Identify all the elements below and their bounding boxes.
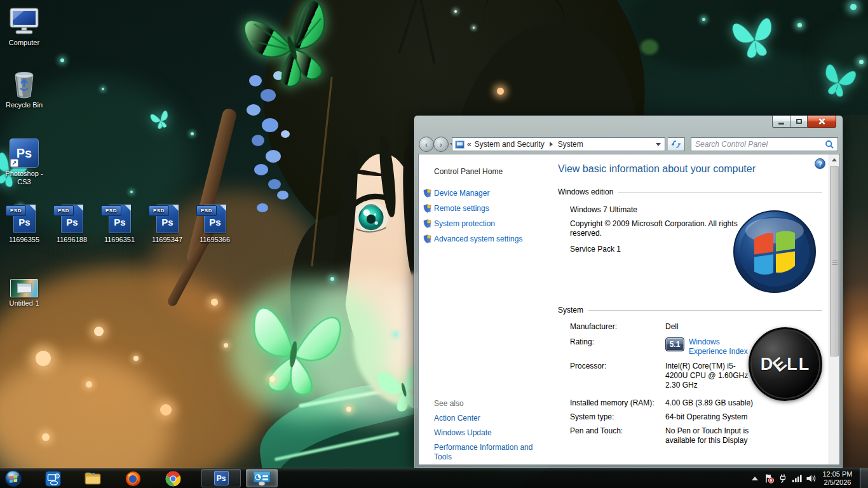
action-center-flag-icon bbox=[764, 473, 775, 484]
windows-edition-service-pack: Service Pack 1 bbox=[570, 245, 621, 254]
control-panel-taskbar-icon bbox=[253, 471, 271, 486]
chevron-right-icon bbox=[550, 142, 553, 147]
system-window: ‹ › « System and Security System bbox=[414, 115, 843, 468]
forward-button[interactable]: › bbox=[433, 137, 449, 152]
chrome-icon bbox=[165, 471, 181, 487]
system-section-header: System bbox=[558, 306, 822, 315]
help-icon[interactable]: ? bbox=[815, 158, 825, 169]
main-pane: View basic information about your comput… bbox=[550, 154, 830, 464]
desktop-icon-photoshop-cs3[interactable]: Ps➚ Photoshop - CS3 bbox=[0, 136, 48, 186]
search-icon[interactable] bbox=[825, 140, 834, 149]
search-input[interactable] bbox=[691, 140, 825, 149]
see-also-action-center[interactable]: Action Center bbox=[434, 414, 536, 423]
windows-edition-product: Windows 7 Ultimate bbox=[570, 205, 637, 214]
psd-file-icon: PsPSD bbox=[0, 202, 48, 234]
address-dropdown-icon[interactable] bbox=[656, 143, 661, 146]
breadcrumb[interactable]: « System and Security System bbox=[452, 137, 665, 151]
nav-pane: Control Panel Home Device Manager Remote… bbox=[419, 154, 550, 464]
uac-shield-icon bbox=[423, 189, 431, 198]
taskbar-photoshop-running[interactable]: Ps bbox=[201, 469, 241, 487]
nav-link-device-manager[interactable]: Device Manager bbox=[434, 189, 489, 198]
refresh-button[interactable] bbox=[668, 137, 685, 151]
taskbar-system-window-active[interactable] bbox=[246, 469, 278, 487]
nav-control-panel-home[interactable]: Control Panel Home bbox=[434, 167, 503, 176]
refresh-icon bbox=[672, 140, 681, 149]
uac-shield-icon bbox=[423, 219, 431, 228]
nav-link-system-protection[interactable]: System protection bbox=[434, 219, 495, 228]
address-bar: ‹ › « System and Security System bbox=[414, 135, 843, 154]
back-button[interactable]: ‹ bbox=[419, 137, 434, 152]
windows-edition-copyright: Copyright © 2009 Microsoft Corporation. … bbox=[570, 219, 743, 238]
power-tray[interactable] bbox=[776, 468, 790, 488]
desktop-icon-psd-1[interactable]: PsPSD 11696355 bbox=[0, 202, 48, 244]
action-center-tray[interactable] bbox=[762, 468, 776, 488]
firefox-icon bbox=[125, 471, 141, 487]
breadcrumb-item-system-and-security[interactable]: System and Security bbox=[471, 139, 548, 150]
desktop-icon-untitled-image[interactable]: Untitled-1 bbox=[0, 276, 48, 308]
desktop-icon-label: Computer bbox=[9, 39, 39, 46]
breadcrumb-item-system[interactable]: System bbox=[555, 139, 587, 150]
shortcut-arrow-icon: ➚ bbox=[10, 159, 18, 167]
network-signal-icon bbox=[792, 473, 803, 484]
desktop-icon-recycle-bin[interactable]: Recycle Bin bbox=[0, 67, 48, 109]
see-also-windows-update[interactable]: Windows Update bbox=[434, 428, 536, 438]
show-desktop-button[interactable] bbox=[860, 468, 868, 488]
intel-app-icon bbox=[45, 471, 61, 487]
chevron-up-icon bbox=[752, 477, 758, 480]
desktop-icon-label: 11696355 bbox=[9, 236, 39, 243]
desktop-icon-label: 11695366 bbox=[200, 236, 230, 243]
clock-date: 2/5/2026 bbox=[818, 478, 857, 487]
photoshop-taskbar-icon: Ps bbox=[214, 471, 229, 485]
taskbar-windows-explorer[interactable] bbox=[85, 470, 101, 487]
desktop-icon-label: Photoshop - CS3 bbox=[5, 170, 43, 186]
psd-file-icon: PsPSD bbox=[48, 202, 96, 234]
nav-link-remote-settings[interactable]: Remote settings bbox=[434, 204, 489, 213]
desktop-icon-psd-2[interactable]: PsPSD 11696188 bbox=[48, 202, 96, 244]
image-thumbnail-icon bbox=[0, 276, 48, 297]
close-button[interactable] bbox=[808, 116, 836, 128]
network-tray[interactable] bbox=[790, 468, 804, 488]
breadcrumb-root-glyph: « bbox=[467, 140, 471, 149]
show-hidden-icons-button[interactable] bbox=[748, 468, 762, 488]
system-tray: 12:05 PM 2/5/2026 bbox=[748, 468, 868, 488]
taskbar-intel-app[interactable] bbox=[44, 470, 61, 487]
start-button[interactable] bbox=[4, 470, 22, 487]
speaker-icon bbox=[806, 473, 817, 484]
butterfly-teal-topright bbox=[727, 10, 780, 63]
taskbar: Ps bbox=[0, 468, 868, 488]
see-also-header: See also bbox=[434, 399, 464, 408]
uac-shield-icon bbox=[423, 204, 431, 213]
wallpaper-right-strip bbox=[843, 115, 868, 468]
desktop-icon-label: 11695347 bbox=[152, 236, 182, 243]
wei-score-badge: 5.1 bbox=[665, 337, 684, 351]
psd-file-icon: PsPSD bbox=[95, 202, 144, 234]
scrollbar-thumb[interactable] bbox=[830, 166, 839, 356]
taskbar-chrome[interactable] bbox=[165, 470, 181, 487]
computer-icon bbox=[0, 5, 48, 37]
see-also-performance-info[interactable]: Performance Information and Tools bbox=[434, 443, 536, 462]
taskbar-firefox[interactable] bbox=[125, 470, 141, 487]
scrollbar-up-icon[interactable] bbox=[829, 154, 839, 165]
maximize-button[interactable] bbox=[790, 116, 808, 128]
vertical-scrollbar[interactable] bbox=[829, 154, 839, 464]
windows-start-orb-icon bbox=[4, 470, 22, 487]
photoshop-cs3-icon: Ps➚ bbox=[0, 136, 48, 168]
taskbar-clock[interactable]: 12:05 PM 2/5/2026 bbox=[818, 470, 857, 487]
desktop-icon-psd-4[interactable]: PsPSD 11695347 bbox=[143, 202, 191, 244]
power-plug-icon bbox=[778, 473, 788, 484]
caption-buttons bbox=[772, 116, 836, 128]
volume-tray[interactable] bbox=[804, 468, 818, 488]
minimize-button[interactable] bbox=[772, 116, 790, 128]
dell-logo: DELL bbox=[749, 327, 822, 401]
psd-file-icon: PsPSD bbox=[143, 202, 191, 234]
desktop-icon-label: Recycle Bin bbox=[6, 101, 43, 109]
nav-link-advanced-system-settings[interactable]: Advanced system settings bbox=[434, 234, 522, 243]
page-title: View basic information about your comput… bbox=[558, 163, 756, 175]
desktop-icon-label: 11696188 bbox=[57, 236, 87, 243]
recycle-bin-icon bbox=[0, 67, 48, 99]
folder-icon bbox=[85, 471, 101, 486]
windows-logo bbox=[732, 209, 817, 294]
desktop-icon-psd-5[interactable]: PsPSD 11695366 bbox=[191, 202, 239, 244]
desktop-icon-computer[interactable]: Computer bbox=[0, 5, 48, 47]
desktop-icon-psd-3[interactable]: PsPSD 11696351 bbox=[95, 202, 144, 244]
